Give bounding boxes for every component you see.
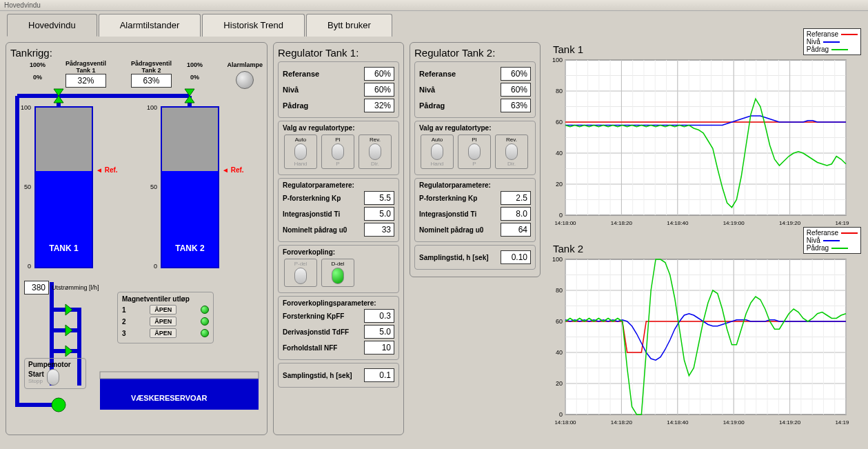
svg-text:80: 80: [556, 88, 563, 94]
mag2-apen-button[interactable]: ÅPEN: [150, 317, 176, 326]
mag1-num: 1: [122, 306, 126, 314]
tab-historisk-trend[interactable]: Historisk Trend: [202, 14, 305, 37]
reg2-rev-dir-toggle[interactable]: Rev.Dir.: [495, 134, 528, 169]
reg2-pi-p-toggle[interactable]: PIP: [458, 134, 491, 169]
reg2-padrag-label: Pådrag: [419, 101, 445, 110]
legend2-niva: Nivå: [807, 237, 820, 244]
legend-niva: Nivå: [807, 38, 820, 46]
reg1-ti-input[interactable]: 5.0: [364, 207, 394, 221]
reg2-regtype-title: Valg av regulatortype:: [419, 124, 531, 132]
svg-text:40: 40: [556, 349, 563, 356]
tank2-scale-50: 50: [150, 183, 157, 190]
reg1-title: Regulator Tank 1:: [278, 47, 399, 59]
reg2-samp-input[interactable]: 0.10: [501, 250, 531, 264]
svg-text:14:18:20: 14:18:20: [611, 419, 633, 426]
reg2-u0-input[interactable]: 64: [501, 223, 531, 237]
svg-marker-4: [65, 346, 72, 357]
tank1-scale-50: 50: [24, 183, 31, 190]
reg2-padrag-value: 63%: [501, 99, 531, 112]
chart1-legend: Referanse Nivå Pådrag: [803, 28, 861, 55]
reg2-ti-input[interactable]: 8.0: [501, 207, 531, 221]
mag1-apen-button[interactable]: ÅPEN: [150, 305, 176, 315]
svg-text:14:18:40: 14:18:40: [667, 220, 689, 226]
reg1-nff-input[interactable]: 10: [364, 341, 394, 355]
mag1-led-icon: [201, 306, 209, 314]
tab-alarmtilstander[interactable]: Alarmtilstander: [99, 14, 201, 37]
reg1-nff-label: Forholdstall NFF: [283, 344, 337, 352]
svg-text:14:19:20: 14:19:20: [779, 220, 801, 226]
svg-rect-6: [100, 372, 259, 379]
reg1-niva-label: Nivå: [283, 86, 299, 94]
svg-point-5: [52, 398, 65, 412]
magnetventiler-title: Magnetventiler utløp: [122, 295, 209, 303]
reg1-regtype-title: Valg av regulatortype:: [283, 124, 394, 132]
reg1-u0-label: Nominelt pådrag u0: [283, 226, 347, 234]
tank2-bargraph: TANK 2: [161, 106, 219, 268]
legend2-referanse: Referanse: [807, 229, 838, 237]
reg1-u0-input[interactable]: 33: [364, 223, 394, 237]
magnetventiler-group: Magnetventiler utløp 1ÅPEN 2ÅPEN 3ÅPEN: [117, 292, 214, 343]
reservoir-label: VÆSKERESERVOAR: [131, 394, 207, 402]
reg1-samp-input[interactable]: 0.1: [364, 368, 394, 382]
svg-text:14:19:00: 14:19:00: [723, 419, 745, 426]
pump-toggle[interactable]: [47, 369, 59, 386]
reg1-tdff-input[interactable]: 5.0: [364, 325, 394, 339]
reg1-kp-input[interactable]: 5.5: [364, 191, 394, 205]
reg1-tdff-label: Derivasjonstid TdFF: [283, 328, 349, 336]
tank2-label: TANK 2: [162, 243, 218, 253]
reg1-pi-p-toggle[interactable]: PIP: [321, 134, 354, 169]
pump-start-label: Start: [28, 370, 44, 378]
reg1-ddel-toggle[interactable]: D-del: [321, 259, 354, 287]
svg-text:14:18:40: 14:18:40: [667, 419, 689, 426]
reg2-title: Regulator Tank 2:: [414, 47, 536, 59]
reg2-niva-label: Nivå: [419, 86, 435, 94]
reg2-referanse-value[interactable]: 60%: [501, 67, 531, 81]
reg1-auto-hand-toggle[interactable]: AutoHand: [284, 134, 317, 169]
svg-marker-2: [65, 304, 72, 315]
reg2-kp-label: P-forsterkning Kp: [419, 194, 477, 202]
tank1-scale-0: 0: [28, 263, 31, 270]
reg1-referanse-value[interactable]: 60%: [364, 67, 394, 81]
svg-text:60: 60: [556, 318, 563, 325]
reg1-kp-label: P-forsterkning Kp: [283, 194, 341, 202]
regulator2-panel: Regulator Tank 2: Referanse60% Nivå60% P…: [410, 42, 541, 277]
svg-text:20: 20: [556, 181, 563, 188]
reg1-ti-label: Integrasjonstid Ti: [283, 210, 340, 218]
outflow-value[interactable]: 380: [24, 281, 49, 295]
pumpemotor-group: Pumpemotor Start Stopp: [24, 358, 86, 389]
reg2-referanse-label: Referanse: [419, 70, 456, 78]
chart1-plot: 02040608010014:18:0014:18:2014:18:4014:1…: [546, 57, 849, 229]
tank1-ref-marker: ◄ Ref.: [96, 166, 118, 174]
tankrigg-title: Tankrigg:: [10, 47, 263, 59]
reg1-rev-dir-toggle[interactable]: Rev.Dir.: [359, 134, 392, 169]
outflow-label: Utstrømming [l/h]: [52, 284, 99, 291]
tank1-scale-100: 100: [21, 104, 31, 111]
reg2-auto-hand-toggle[interactable]: AutoHand: [421, 134, 454, 169]
svg-text:100: 100: [552, 57, 563, 63]
reg1-param-title: Regulatorparametere:: [283, 181, 394, 189]
tankrigg-panel: Tankrigg: 100% 0% Pådragsventil Tank 1 3…: [6, 42, 268, 435]
window-title: Hovedvindu: [0, 0, 868, 11]
pump-title: Pumpemotor: [28, 361, 82, 368]
svg-text:14:18:20: 14:18:20: [611, 220, 633, 226]
reg1-kpff-input[interactable]: 0.3: [364, 309, 394, 323]
charts-area: Referanse Nivå Pådrag Tank 1 02040608010…: [546, 42, 862, 435]
mag3-apen-button[interactable]: ÅPEN: [150, 328, 176, 338]
reservoir-shape: [100, 375, 259, 410]
reg2-kp-input[interactable]: 2.5: [501, 191, 531, 205]
svg-text:40: 40: [556, 150, 563, 157]
reg1-samp-label: Samplingstid, h [sek]: [283, 372, 352, 379]
mag2-num: 2: [122, 318, 126, 326]
tab-bytt-bruker[interactable]: Bytt bruker: [306, 14, 392, 37]
reg1-pdel-toggle[interactable]: P-del: [284, 259, 317, 287]
reg1-niva-value: 60%: [364, 83, 394, 97]
svg-marker-3: [65, 325, 72, 336]
tank1-bargraph: TANK 1: [34, 106, 93, 268]
chart2-plot: 02040608010014:18:0014:18:2014:18:4014:1…: [546, 256, 849, 428]
reg2-param-title: Regulatorparametere:: [419, 181, 531, 189]
reg1-kpff-label: Forsterkning KpFF: [283, 312, 344, 320]
tab-hovedvindu[interactable]: Hovedvindu: [7, 14, 97, 37]
svg-text:20: 20: [556, 380, 563, 387]
svg-text:14:19:00: 14:19:00: [723, 220, 745, 226]
reg2-niva-value: 60%: [501, 83, 531, 97]
